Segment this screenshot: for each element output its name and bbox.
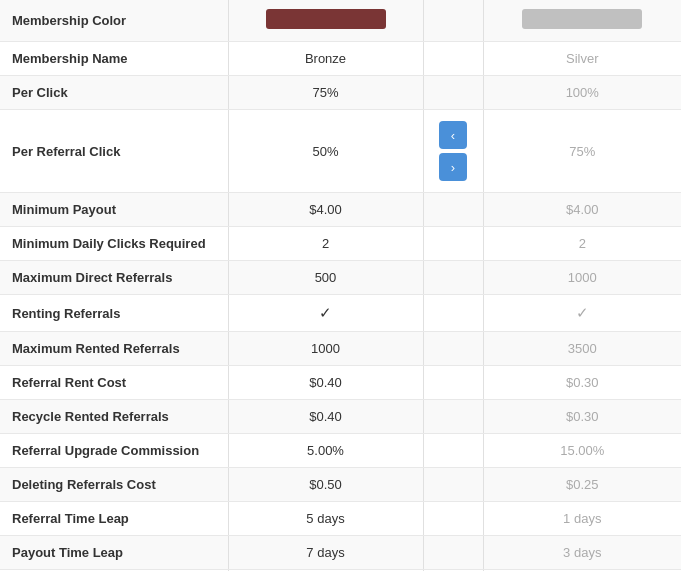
silver-referral-upgrade-commission: 15.00%	[483, 434, 681, 468]
label-per-click: Per Click	[0, 76, 228, 110]
silver-per-referral-click: 75%	[483, 110, 681, 193]
label-minimum-payout: Minimum Payout	[0, 193, 228, 227]
nav-cell	[423, 400, 483, 434]
bronze-per-click: 75%	[228, 76, 423, 110]
bronze-renting-referrals: ✓	[228, 295, 423, 332]
nav-cell	[423, 502, 483, 536]
silver-color-swatch	[522, 9, 642, 29]
label-minimum-daily-clicks: Minimum Daily Clicks Required	[0, 227, 228, 261]
silver-membership-color	[483, 0, 681, 42]
nav-cell	[423, 468, 483, 502]
next-button[interactable]: ›	[439, 153, 467, 181]
comparison-table-wrapper: Membership ColorMembership NameBronzeSil…	[0, 0, 681, 571]
nav-cell	[423, 227, 483, 261]
label-membership-color: Membership Color	[0, 0, 228, 42]
bronze-color-swatch	[266, 9, 386, 29]
comparison-table: Membership ColorMembership NameBronzeSil…	[0, 0, 681, 571]
bronze-payout-time-leap: 7 days	[228, 536, 423, 570]
label-payout-time-leap: Payout Time Leap	[0, 536, 228, 570]
label-renting-referrals: Renting Referrals	[0, 295, 228, 332]
silver-maximum-rented-referrals: 3500	[483, 332, 681, 366]
silver-payout-time-leap: 3 days	[483, 536, 681, 570]
silver-maximum-direct-referrals: 1000	[483, 261, 681, 295]
bronze-maximum-rented-referrals: 1000	[228, 332, 423, 366]
nav-cell	[423, 42, 483, 76]
bronze-membership-color	[228, 0, 423, 42]
label-referral-time-leap: Referral Time Leap	[0, 502, 228, 536]
silver-checkmark: ✓	[576, 304, 589, 321]
bronze-referral-upgrade-commission: 5.00%	[228, 434, 423, 468]
label-deleting-referrals-cost: Deleting Referrals Cost	[0, 468, 228, 502]
nav-cell	[423, 434, 483, 468]
bronze-minimum-payout: $4.00	[228, 193, 423, 227]
label-maximum-rented-referrals: Maximum Rented Referrals	[0, 332, 228, 366]
silver-referral-time-leap: 1 days	[483, 502, 681, 536]
bronze-checkmark: ✓	[319, 304, 332, 321]
silver-deleting-referrals-cost: $0.25	[483, 468, 681, 502]
nav-cell	[423, 366, 483, 400]
label-recycle-rented-referrals: Recycle Rented Referrals	[0, 400, 228, 434]
bronze-deleting-referrals-cost: $0.50	[228, 468, 423, 502]
nav-cell	[423, 76, 483, 110]
nav-cell	[423, 536, 483, 570]
label-membership-name: Membership Name	[0, 42, 228, 76]
nav-cell: ‹›	[423, 110, 483, 193]
label-referral-rent-cost: Referral Rent Cost	[0, 366, 228, 400]
nav-cell	[423, 0, 483, 42]
label-referral-upgrade-commission: Referral Upgrade Commission	[0, 434, 228, 468]
nav-cell	[423, 261, 483, 295]
bronze-per-referral-click: 50%	[228, 110, 423, 193]
bronze-minimum-daily-clicks: 2	[228, 227, 423, 261]
silver-referral-rent-cost: $0.30	[483, 366, 681, 400]
silver-per-click: 100%	[483, 76, 681, 110]
silver-recycle-rented-referrals: $0.30	[483, 400, 681, 434]
silver-minimum-daily-clicks: 2	[483, 227, 681, 261]
silver-membership-name: Silver	[483, 42, 681, 76]
label-per-referral-click: Per Referral Click	[0, 110, 228, 193]
bronze-maximum-direct-referrals: 500	[228, 261, 423, 295]
silver-minimum-payout: $4.00	[483, 193, 681, 227]
nav-cell	[423, 295, 483, 332]
label-maximum-direct-referrals: Maximum Direct Referrals	[0, 261, 228, 295]
bronze-referral-rent-cost: $0.40	[228, 366, 423, 400]
bronze-recycle-rented-referrals: $0.40	[228, 400, 423, 434]
prev-button[interactable]: ‹	[439, 121, 467, 149]
nav-cell	[423, 193, 483, 227]
nav-cell	[423, 332, 483, 366]
silver-renting-referrals: ✓	[483, 295, 681, 332]
bronze-membership-name: Bronze	[228, 42, 423, 76]
bronze-referral-time-leap: 5 days	[228, 502, 423, 536]
